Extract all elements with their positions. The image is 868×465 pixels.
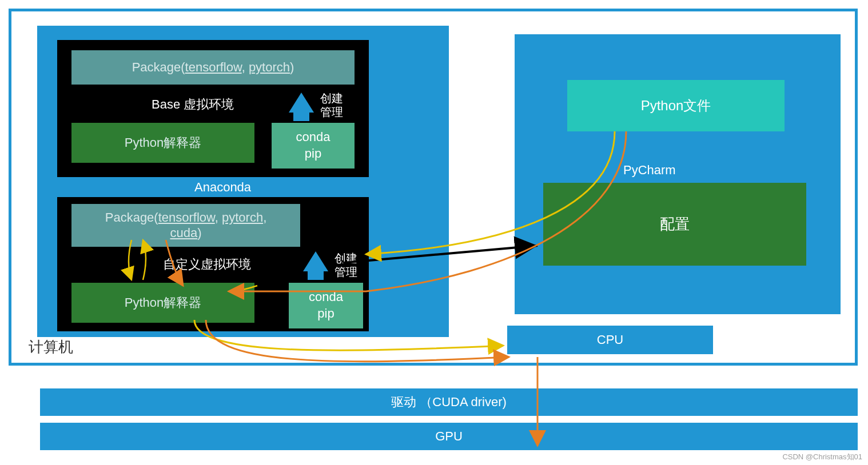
gpu-box: GPU [40, 423, 858, 450]
package-box-custom: Package(tensorflow, pytorch,cuda) [71, 204, 300, 247]
base-env-box: Package(tensorflow, pytorch) Base 虚拟环境 创… [57, 40, 369, 177]
conda-box-custom: conda pip [289, 283, 363, 328]
computer-frame: 计算机 Anaconda Package(tensorflow, pytorch… [9, 9, 858, 366]
package-box-base: Package(tensorflow, pytorch) [71, 50, 355, 85]
up-arrow-icon [289, 93, 314, 113]
env-label-custom: 自定义虚拟环境 [163, 256, 251, 273]
cpu-box: CPU [507, 326, 713, 354]
conda-box-base: conda pip [272, 123, 355, 169]
config-box: 配置 [543, 183, 806, 266]
package-label: Package(tensorflow, pytorch) [132, 60, 294, 75]
watermark: CSDN @Christmas知01 [782, 452, 862, 462]
up-arrow-icon [303, 251, 328, 271]
driver-box: 驱动 （CUDA driver) [40, 388, 858, 416]
python-file-box: Python文件 [567, 80, 785, 131]
package-label: Package(tensorflow, pytorch,cuda) [105, 210, 267, 240]
custom-env-box: Package(tensorflow, pytorch,cuda) 自定义虚拟环… [57, 197, 369, 331]
env-label-base: Base 虚拟环境 [152, 96, 234, 113]
pycharm-label: PyCharm [623, 163, 676, 178]
create-label-custom: 创建 管理 [335, 251, 357, 279]
anaconda-block: Anaconda Package(tensorflow, pytorch) Ba… [37, 26, 449, 337]
create-label-base: 创建 管理 [320, 91, 343, 119]
interpreter-box-base: Python解释器 [71, 123, 254, 163]
interpreter-box-custom: Python解释器 [71, 283, 254, 323]
anaconda-label: Anaconda [194, 180, 251, 195]
computer-label: 计算机 [29, 337, 73, 357]
pycharm-block: Python文件 PyCharm 配置 [515, 34, 841, 314]
